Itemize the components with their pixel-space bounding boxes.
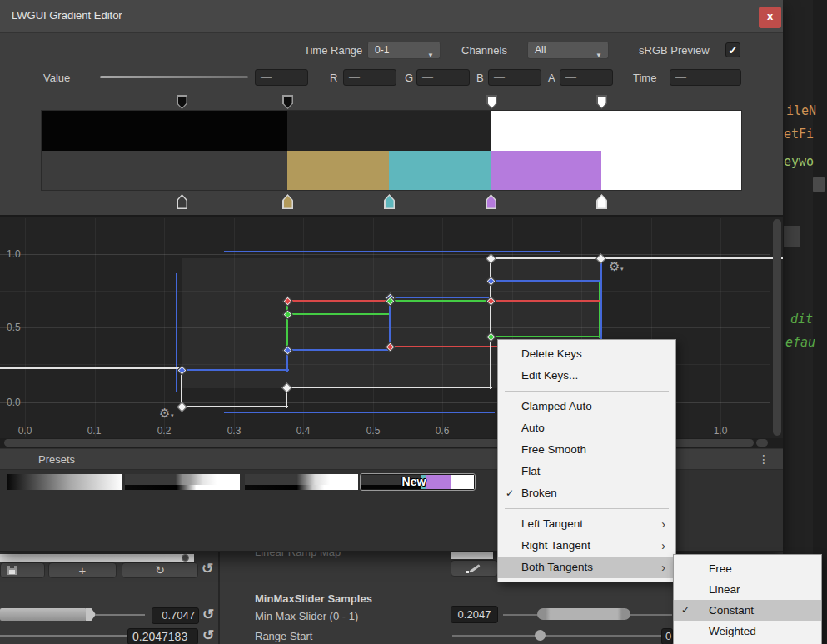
menu-item-right-tangent[interactable]: Right Tangent› [498, 535, 675, 557]
curve-key-fill [386, 297, 392, 303]
color-key-marker-fill [598, 196, 606, 208]
slider1-track[interactable] [95, 614, 145, 616]
slider2-track[interactable] [0, 635, 127, 637]
check-icon: ✓ [681, 600, 690, 621]
submenu-item-weighted[interactable]: Weighted [674, 621, 821, 642]
slider1-value-field[interactable]: 0.7047 [152, 607, 199, 624]
value-field[interactable]: — [255, 69, 308, 86]
pencil-tip-icon [466, 571, 469, 573]
menu-item-label: Broken [521, 487, 557, 499]
menu-item-auto[interactable]: Auto [498, 417, 675, 439]
range-start-thumb[interactable] [535, 630, 546, 641]
b-label: B [476, 72, 484, 84]
curve-key-fill [178, 367, 184, 372]
menu-item-label: Auto [521, 422, 545, 434]
channels-dropdown[interactable]: All ▼ [527, 42, 609, 59]
undo-icon[interactable]: ↺ [202, 560, 213, 577]
color-key-marker-0[interactable] [177, 194, 187, 209]
menu-item-free-smooth[interactable]: Free Smooth [498, 439, 675, 461]
color-key-marker-3[interactable] [486, 194, 496, 209]
edit-ramp-button[interactable] [451, 560, 498, 577]
slider1-undo-icon[interactable]: ↺ [202, 606, 214, 623]
menu-item-clamped-auto[interactable]: Clamped Auto [498, 396, 675, 417]
curve-gear-icon[interactable]: ⚙ [159, 406, 170, 421]
close-button[interactable]: x [759, 7, 781, 28]
preset-swatch-1[interactable] [7, 474, 122, 490]
code-editor-block [784, 226, 800, 247]
color-key-marker-fill [284, 196, 292, 208]
g-field[interactable]: — [416, 69, 470, 86]
preset-swatch-new[interactable]: New [360, 473, 476, 491]
color-key-marker-1[interactable] [282, 194, 293, 209]
slider1-bar[interactable] [0, 608, 87, 621]
menu-item-flat[interactable]: Flat [498, 461, 675, 482]
slider2-undo-icon[interactable]: ↺ [202, 627, 214, 644]
code-fragment: ileN [786, 103, 816, 118]
slider2-value-field[interactable]: 0.2047183 [127, 628, 198, 644]
x-tick-1.0: 1.0 [714, 425, 728, 437]
menu-item-left-tangent[interactable]: Left Tangent› [498, 513, 675, 535]
time-range-dropdown[interactable]: 0-1 ▼ [367, 42, 441, 59]
time-field[interactable]: — [670, 69, 741, 86]
alpha-key-marker-fill [178, 97, 187, 108]
refresh-button[interactable]: ↻ [122, 562, 198, 578]
alpha-key-marker-3[interactable] [596, 95, 607, 109]
color-key-marker-2[interactable] [384, 194, 395, 209]
minmax-value-field[interactable]: 0.2047 [451, 606, 498, 623]
a-field[interactable]: — [560, 69, 613, 86]
gradient-color-strip[interactable] [42, 151, 741, 190]
menu-item-label: Right Tangent [521, 539, 590, 552]
b-field[interactable]: — [488, 69, 541, 86]
color-segment-4 [601, 151, 741, 190]
alpha-segment-2 [491, 111, 741, 151]
menu-item-broken[interactable]: ✓Broken [498, 482, 675, 504]
curve-segment-red [287, 300, 391, 302]
alpha-segment-1 [287, 111, 491, 151]
submenu-item-linear[interactable]: Linear [674, 579, 821, 600]
menu-item-edit-keys[interactable]: Edit Keys... [498, 365, 675, 387]
window-title: LWGUI Gradient Editor [12, 9, 122, 22]
preset-swatch-2[interactable] [125, 474, 240, 490]
add-button[interactable]: + [48, 562, 117, 578]
kebab-menu-icon[interactable]: ⋮ [758, 452, 770, 466]
gradient-field-preview[interactable] [0, 554, 194, 562]
code-fragment: etFi [784, 127, 814, 142]
curve-hscrollbar-end[interactable] [756, 439, 768, 447]
x-tick-0.1: 0.1 [87, 425, 102, 437]
code-editor-scrollbar-thumb[interactable] [813, 177, 825, 192]
time-label: Time [633, 72, 656, 84]
color-key-marker-4[interactable] [596, 194, 607, 209]
curve-vscrollbar-thumb[interactable] [773, 219, 781, 436]
range-start-value-field[interactable]: 0 [661, 628, 673, 644]
save-preset-button[interactable] [0, 562, 45, 578]
screen: + ↻ ↺ 0.7047 ↺ 0.2047183 ↺ Linear Ramp M… [0, 0, 827, 644]
menu-item-delete-keys[interactable]: Delete Keys [498, 343, 675, 365]
title-bar[interactable]: LWGUI Gradient Editor x [0, 0, 783, 33]
alpha-key-marker-2[interactable] [486, 95, 497, 109]
minmax-slider-bar[interactable] [537, 608, 630, 620]
pencil-icon [469, 564, 480, 572]
range-start-track[interactable] [452, 635, 661, 637]
gradient-field-gear-icon[interactable] [182, 554, 189, 562]
curve-key-fill [487, 333, 493, 339]
value-slider[interactable] [100, 76, 248, 78]
range-start-label: Range Start [255, 630, 312, 642]
x-tick-0.3: 0.3 [227, 425, 242, 437]
y-tick-0.5: 0.5 [7, 322, 21, 333]
code-editor-gutter [813, 0, 827, 644]
alpha-key-marker-fill [284, 97, 292, 108]
preset-swatch-bottom [125, 485, 240, 490]
menu-item-both-tangents[interactable]: Both Tangents› [498, 557, 675, 578]
srgb-preview-checkbox[interactable]: ✓ [725, 42, 740, 57]
presets-label: Presets [38, 453, 75, 466]
preset-swatch-3[interactable] [245, 474, 358, 490]
alpha-key-marker-0[interactable] [177, 95, 187, 109]
curve-segment-red [491, 300, 602, 302]
alpha-key-marker-1[interactable] [282, 95, 293, 109]
submenu-item-free[interactable]: Free [674, 558, 821, 579]
r-field[interactable]: — [343, 69, 396, 86]
submenu-item-constant[interactable]: ✓Constant [674, 600, 821, 621]
gradient-alpha-strip[interactable] [42, 111, 741, 151]
preset-swatch-top [125, 474, 240, 485]
curve-gear-icon[interactable]: ⚙ [609, 259, 620, 274]
